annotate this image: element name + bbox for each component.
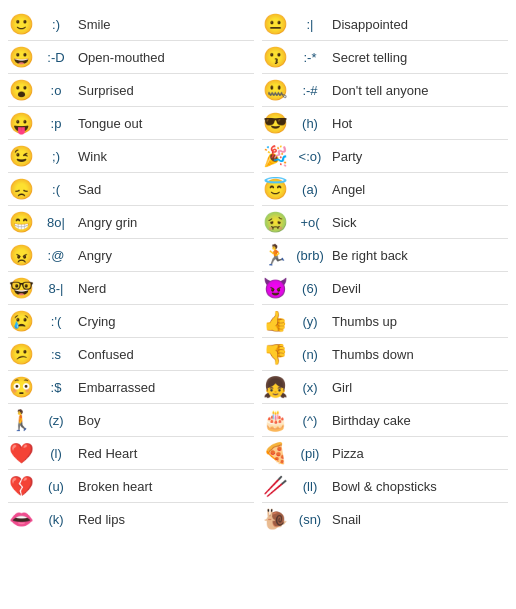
emoji-shortcode: :'( bbox=[34, 314, 78, 329]
list-item: 🤐:-#Don't tell anyone bbox=[258, 74, 512, 106]
list-item: 😐:|Disappointed bbox=[258, 8, 512, 40]
emoji-icon: 😗 bbox=[262, 44, 288, 70]
emoji-icon: 👧 bbox=[262, 374, 288, 400]
list-item: 👧(x)Girl bbox=[258, 371, 512, 403]
emoji-shortcode: (a) bbox=[288, 182, 332, 197]
left-column: 🙂:)Smile😀:-DOpen-mouthed😮:oSurprised😛:pT… bbox=[4, 8, 258, 535]
list-item: ❤️(l)Red Heart bbox=[4, 437, 258, 469]
emoji-shortcode: (k) bbox=[34, 512, 78, 527]
emoji-shortcode: (^) bbox=[288, 413, 332, 428]
emoji-shortcode: :-* bbox=[288, 50, 332, 65]
emoji-label: Birthday cake bbox=[332, 413, 508, 428]
emoji-icon: 🏃 bbox=[262, 242, 288, 268]
list-item: 🥢(ll)Bowl & chopsticks bbox=[258, 470, 512, 502]
emoji-shortcode: (ll) bbox=[288, 479, 332, 494]
emoji-icon: 😉 bbox=[8, 143, 34, 169]
emoji-shortcode: :| bbox=[288, 17, 332, 32]
emoji-icon: 😮 bbox=[8, 77, 34, 103]
emoji-shortcode: (brb) bbox=[288, 248, 332, 263]
list-item: 🎂(^)Birthday cake bbox=[258, 404, 512, 436]
emoji-icon: 🍕 bbox=[262, 440, 288, 466]
emoji-label: Sad bbox=[78, 182, 254, 197]
list-item: 😢:'(Crying bbox=[4, 305, 258, 337]
emoji-shortcode: :s bbox=[34, 347, 78, 362]
emoji-shortcode: :) bbox=[34, 17, 78, 32]
emoji-label: Secret telling bbox=[332, 50, 508, 65]
emoji-icon: 👄 bbox=[8, 506, 34, 532]
list-item: 👄(k)Red lips bbox=[4, 503, 258, 535]
emoji-icon: 👎 bbox=[262, 341, 288, 367]
emoji-icon: 🐌 bbox=[262, 506, 288, 532]
emoji-icon: 🎂 bbox=[262, 407, 288, 433]
emoji-shortcode: (n) bbox=[288, 347, 332, 362]
list-item: 🏃(brb)Be right back bbox=[258, 239, 512, 271]
emoji-icon: 😢 bbox=[8, 308, 34, 334]
list-item: 😎(h)Hot bbox=[258, 107, 512, 139]
list-item: 😀:-DOpen-mouthed bbox=[4, 41, 258, 73]
emoji-label: Angry grin bbox=[78, 215, 254, 230]
emoji-icon: 😠 bbox=[8, 242, 34, 268]
list-item: 😇(a)Angel bbox=[258, 173, 512, 205]
emoji-table: 🙂:)Smile😀:-DOpen-mouthed😮:oSurprised😛:pT… bbox=[4, 8, 512, 535]
list-item: 👍(y)Thumbs up bbox=[258, 305, 512, 337]
emoji-shortcode: 8o| bbox=[34, 215, 78, 230]
emoji-shortcode: (y) bbox=[288, 314, 332, 329]
emoji-label: Party bbox=[332, 149, 508, 164]
emoji-label: Angel bbox=[332, 182, 508, 197]
emoji-icon: 😁 bbox=[8, 209, 34, 235]
emoji-icon: 😈 bbox=[262, 275, 288, 301]
emoji-label: Be right back bbox=[332, 248, 508, 263]
emoji-icon: 🤢 bbox=[262, 209, 288, 235]
emoji-label: Open-mouthed bbox=[78, 50, 254, 65]
emoji-shortcode: (u) bbox=[34, 479, 78, 494]
emoji-icon: 😐 bbox=[262, 11, 288, 37]
emoji-label: Crying bbox=[78, 314, 254, 329]
list-item: 🚶(z)Boy bbox=[4, 404, 258, 436]
emoji-label: Nerd bbox=[78, 281, 254, 296]
emoji-label: Embarrassed bbox=[78, 380, 254, 395]
emoji-shortcode: (pi) bbox=[288, 446, 332, 461]
emoji-label: Boy bbox=[78, 413, 254, 428]
emoji-shortcode: :( bbox=[34, 182, 78, 197]
emoji-label: Confused bbox=[78, 347, 254, 362]
emoji-icon: 💔 bbox=[8, 473, 34, 499]
emoji-icon: 😇 bbox=[262, 176, 288, 202]
emoji-icon: 🙂 bbox=[8, 11, 34, 37]
emoji-shortcode: :p bbox=[34, 116, 78, 131]
emoji-icon: 😀 bbox=[8, 44, 34, 70]
emoji-label: Angry bbox=[78, 248, 254, 263]
emoji-shortcode: :-# bbox=[288, 83, 332, 98]
emoji-icon: 😎 bbox=[262, 110, 288, 136]
emoji-shortcode: :o bbox=[34, 83, 78, 98]
emoji-shortcode: :@ bbox=[34, 248, 78, 263]
emoji-shortcode: (h) bbox=[288, 116, 332, 131]
emoji-label: Thumbs down bbox=[332, 347, 508, 362]
list-item: 😛:pTongue out bbox=[4, 107, 258, 139]
list-item: 😞:(Sad bbox=[4, 173, 258, 205]
emoji-icon: 😞 bbox=[8, 176, 34, 202]
list-item: 😮:oSurprised bbox=[4, 74, 258, 106]
list-item: 🐌(sn)Snail bbox=[258, 503, 512, 535]
emoji-shortcode: :-D bbox=[34, 50, 78, 65]
emoji-label: Broken heart bbox=[78, 479, 254, 494]
emoji-shortcode: (x) bbox=[288, 380, 332, 395]
emoji-label: Pizza bbox=[332, 446, 508, 461]
list-item: 😕:sConfused bbox=[4, 338, 258, 370]
list-item: 👎(n)Thumbs down bbox=[258, 338, 512, 370]
emoji-icon: 🤐 bbox=[262, 77, 288, 103]
emoji-icon: 😳 bbox=[8, 374, 34, 400]
list-item: 🤓8-|Nerd bbox=[4, 272, 258, 304]
emoji-shortcode: +o( bbox=[288, 215, 332, 230]
list-item: 🙂:)Smile bbox=[4, 8, 258, 40]
emoji-label: Smile bbox=[78, 17, 254, 32]
list-item: 😉;)Wink bbox=[4, 140, 258, 172]
emoji-label: Tongue out bbox=[78, 116, 254, 131]
list-item: 🍕(pi)Pizza bbox=[258, 437, 512, 469]
list-item: 😳:$Embarrassed bbox=[4, 371, 258, 403]
emoji-label: Disappointed bbox=[332, 17, 508, 32]
emoji-icon: 🚶 bbox=[8, 407, 34, 433]
emoji-shortcode: (l) bbox=[34, 446, 78, 461]
emoji-label: Red lips bbox=[78, 512, 254, 527]
list-item: 😠:@Angry bbox=[4, 239, 258, 271]
emoji-icon: 🥢 bbox=[262, 473, 288, 499]
